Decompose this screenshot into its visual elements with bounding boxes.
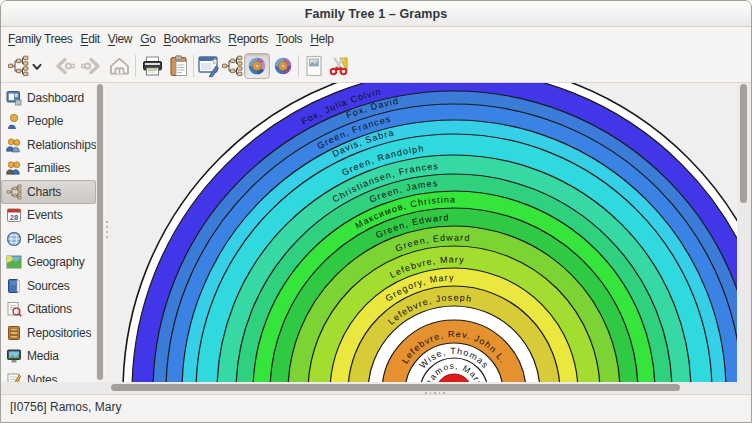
svg-text:28: 28: [10, 213, 18, 222]
